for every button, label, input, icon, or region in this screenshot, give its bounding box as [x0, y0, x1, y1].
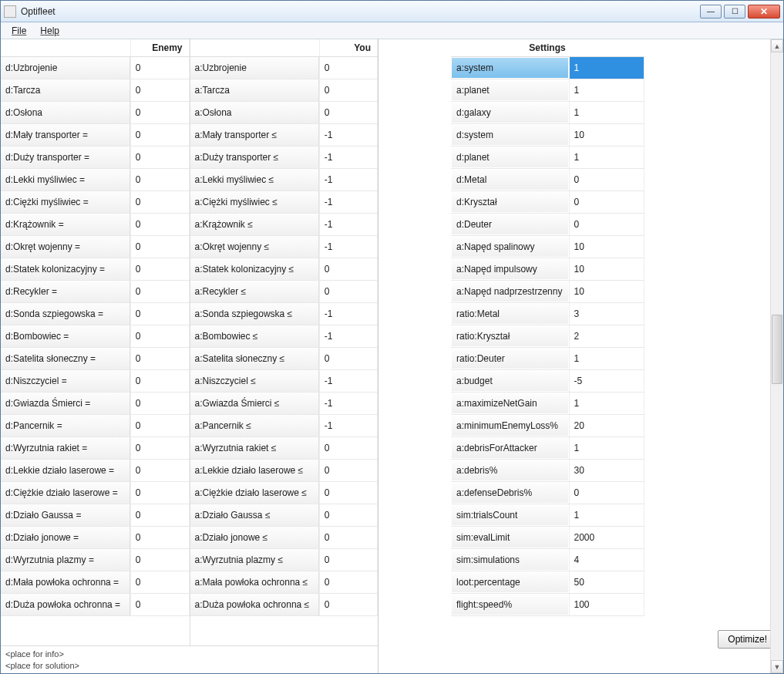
enemy-label[interactable]: d:Ciężki myśliwiec = — [1, 191, 130, 213]
minimize-button[interactable]: — — [700, 5, 722, 19]
settings-value[interactable]: 1 — [569, 79, 644, 102]
enemy-value[interactable]: 0 — [130, 437, 189, 460]
you-value[interactable]: -1 — [319, 325, 377, 348]
you-label[interactable]: a:Okręt wojenny ≤ — [190, 236, 319, 258]
settings-label[interactable]: ratio:Kryształ — [452, 326, 568, 346]
settings-value[interactable]: 20 — [569, 415, 644, 437]
settings-value[interactable]: 1 — [569, 348, 644, 370]
settings-value[interactable]: -5 — [569, 370, 644, 393]
enemy-label[interactable]: d:Mała powłoka ochronna = — [1, 571, 130, 593]
settings-value[interactable]: 0 — [569, 191, 644, 214]
settings-value[interactable]: 10 — [569, 236, 644, 258]
enemy-value[interactable]: 0 — [130, 393, 189, 415]
you-label[interactable]: a:Statek kolonizacyjny ≤ — [190, 258, 319, 280]
settings-label[interactable]: d:planet — [452, 147, 568, 167]
enemy-value[interactable]: 0 — [130, 594, 189, 616]
you-label[interactable]: a:Lekkie działo laserowe ≤ — [190, 460, 319, 481]
enemy-value[interactable]: 0 — [130, 549, 189, 571]
you-value[interactable]: -1 — [319, 393, 377, 415]
settings-label[interactable]: a:system — [452, 58, 568, 78]
settings-label[interactable]: sim:trialsCount — [452, 505, 568, 525]
menu-file[interactable]: File — [5, 24, 32, 38]
enemy-label[interactable]: d:Statek kolonizacyjny = — [1, 258, 130, 280]
enemy-label[interactable]: d:Wyrzutnia plazmy = — [1, 549, 130, 571]
you-value[interactable]: 0 — [319, 102, 377, 124]
you-label[interactable]: a:Sonda szpiegowska ≤ — [190, 303, 319, 325]
settings-label[interactable]: d:system — [452, 125, 568, 145]
enemy-value[interactable]: 0 — [130, 169, 189, 191]
settings-value[interactable]: 1 — [569, 393, 644, 415]
settings-label[interactable]: a:debris% — [452, 460, 568, 480]
enemy-label[interactable]: d:Tarcza — [1, 79, 130, 101]
you-label[interactable]: a:Mały transporter ≤ — [190, 124, 319, 146]
enemy-value[interactable]: 0 — [130, 102, 189, 124]
enemy-label[interactable]: d:Recykler = — [1, 281, 130, 302]
you-value[interactable]: 0 — [319, 571, 377, 594]
enemy-value[interactable]: 0 — [130, 147, 189, 169]
you-label[interactable]: a:Osłona — [190, 102, 319, 123]
you-label[interactable]: a:Mała powłoka ochronna ≤ — [190, 571, 319, 593]
you-label[interactable]: a:Krążownik ≤ — [190, 214, 319, 235]
settings-value[interactable]: 10 — [569, 124, 644, 147]
enemy-label[interactable]: d:Ciężkie działo laserowe = — [1, 482, 130, 504]
scroll-up-arrow-icon[interactable]: ▲ — [771, 39, 783, 52]
you-header[interactable]: You — [319, 39, 377, 57]
you-value[interactable]: -1 — [319, 124, 377, 147]
you-label[interactable]: a:Ciężki myśliwiec ≤ — [190, 191, 319, 213]
settings-value[interactable]: 2 — [569, 325, 644, 348]
settings-label[interactable]: sim:simulations — [452, 550, 568, 570]
you-value[interactable]: 0 — [319, 79, 377, 102]
enemy-label[interactable]: d:Niszczyciel = — [1, 370, 130, 392]
you-value[interactable]: 0 — [319, 57, 377, 79]
you-label[interactable]: a:Ciężkie działo laserowe ≤ — [190, 482, 319, 504]
scroll-down-arrow-icon[interactable]: ▼ — [771, 660, 783, 673]
enemy-label[interactable]: d:Bombowiec = — [1, 325, 130, 347]
enemy-label[interactable]: d:Uzbrojenie — [1, 57, 130, 79]
settings-label[interactable]: a:Napęd impulsowy — [452, 259, 568, 279]
title-bar[interactable]: Optifleet — ☐ ✕ — [1, 1, 783, 22]
you-label[interactable]: a:Gwiazda Śmierci ≤ — [190, 393, 319, 414]
you-value[interactable]: -1 — [319, 169, 377, 191]
enemy-header-blank[interactable] — [1, 39, 130, 57]
enemy-value[interactable]: 0 — [130, 303, 189, 325]
you-label[interactable]: a:Wyrzutnia plazmy ≤ — [190, 549, 319, 571]
you-label[interactable]: a:Bombowiec ≤ — [190, 325, 319, 347]
settings-label[interactable]: ratio:Deuter — [452, 349, 568, 369]
settings-label[interactable]: d:Deuter — [452, 214, 568, 234]
enemy-label[interactable]: d:Sonda szpiegowska = — [1, 303, 130, 325]
settings-label[interactable]: d:Metal — [452, 170, 568, 190]
enemy-value[interactable]: 0 — [130, 482, 189, 504]
you-value[interactable]: -1 — [319, 370, 377, 393]
settings-value[interactable]: 100 — [569, 594, 644, 616]
you-value[interactable]: 0 — [319, 527, 377, 549]
settings-label[interactable]: ratio:Metal — [452, 304, 568, 324]
settings-label[interactable]: a:Napęd spalinowy — [452, 237, 568, 257]
close-button[interactable]: ✕ — [748, 5, 780, 19]
scroll-track[interactable] — [771, 52, 783, 660]
settings-value[interactable]: 1 — [569, 57, 644, 79]
you-value[interactable]: 0 — [319, 549, 377, 571]
enemy-value[interactable]: 0 — [130, 370, 189, 393]
menu-help[interactable]: Help — [34, 24, 66, 38]
vertical-scrollbar[interactable]: ▲ ▼ — [770, 39, 783, 673]
settings-value[interactable]: 2000 — [569, 527, 644, 549]
you-label[interactable]: a:Pancernik ≤ — [190, 415, 319, 436]
enemy-label[interactable]: d:Duża powłoka ochronna = — [1, 594, 130, 615]
enemy-label[interactable]: d:Działo jonowe = — [1, 527, 130, 548]
settings-header[interactable]: Settings — [451, 39, 644, 57]
you-label[interactable]: a:Działo Gaussa ≤ — [190, 504, 319, 526]
enemy-label[interactable]: d:Pancernik = — [1, 415, 130, 436]
optimize-button[interactable]: Optimize! — [718, 630, 777, 649]
you-label[interactable]: a:Wyrzutnia rakiet ≤ — [190, 437, 319, 459]
you-value[interactable]: -1 — [319, 214, 377, 236]
settings-label[interactable]: a:minimumEnemyLoss% — [452, 416, 568, 436]
you-value[interactable]: 0 — [319, 348, 377, 370]
you-label[interactable]: a:Niszczyciel ≤ — [190, 370, 319, 392]
settings-label[interactable]: a:maximizeNetGain — [452, 393, 568, 413]
enemy-label[interactable]: d:Satelita słoneczny = — [1, 348, 130, 369]
enemy-label[interactable]: d:Gwiazda Śmierci = — [1, 393, 130, 414]
you-value[interactable]: 0 — [319, 437, 377, 460]
settings-value[interactable]: 0 — [569, 169, 644, 191]
you-label[interactable]: a:Tarcza — [190, 79, 319, 101]
enemy-label[interactable]: d:Działo Gaussa = — [1, 504, 130, 526]
